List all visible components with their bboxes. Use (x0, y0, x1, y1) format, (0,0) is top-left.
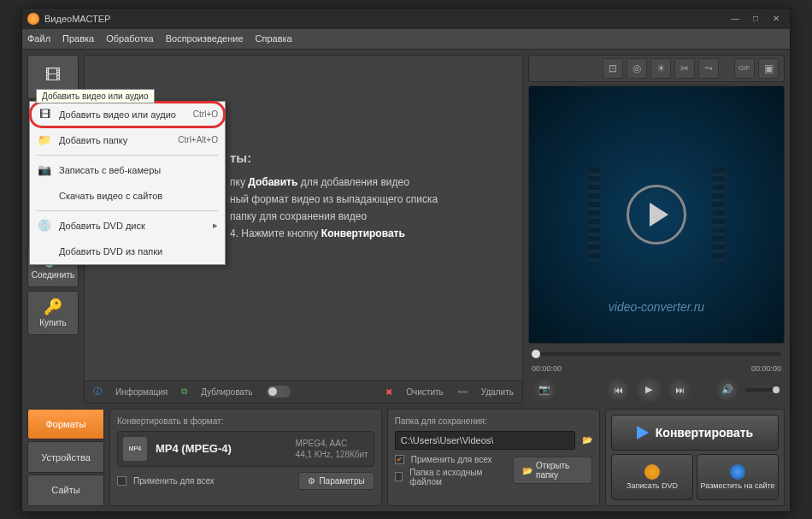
format-tabs: Форматы Устройства Сайты (27, 409, 104, 506)
convert-arrow-icon (637, 426, 649, 439)
add-tooltip: Добавить видео или аудио (36, 89, 155, 103)
prev-button[interactable]: ⏮ (607, 379, 629, 401)
menubar: Файл Правка Обработка Воспроизведение Сп… (22, 29, 790, 50)
brightness-icon[interactable]: ☀ (650, 58, 671, 79)
content-area: 🎞 🔗 Соединить 🔑 Купить ты: пку Добавить … (22, 50, 790, 409)
clear-action[interactable]: Очистить (406, 387, 444, 397)
actions-panel: Конвертировать Записать DVD Разместить н… (605, 409, 785, 506)
format-title: Конвертировать в формат: (117, 416, 374, 426)
bottom-area: Форматы Устройства Сайты Конвертировать … (22, 409, 790, 511)
tab-formats[interactable]: Форматы (27, 409, 104, 440)
folder-panel: Папка для сохранения: C:\Users\User\Vide… (387, 409, 600, 506)
gear-icon: ⚙ (308, 476, 315, 486)
key-icon: 🔑 (44, 298, 62, 316)
film-plus-icon: 🎞 (45, 67, 61, 85)
playback-controls: 📷 ⏮ ▶ ⏭ 🔊 (528, 376, 785, 404)
format-apply-all-checkbox[interactable] (117, 476, 127, 486)
same-source-checkbox[interactable] (395, 472, 403, 481)
info-action[interactable]: Информация (115, 387, 168, 397)
burn-dvd-button[interactable]: Записать DVD (611, 454, 693, 500)
next-button[interactable]: ⏭ (668, 379, 691, 401)
browse-icon[interactable]: 📂 (582, 435, 592, 445)
close-button[interactable]: ✕ (768, 13, 785, 25)
menu-add-dvd-folder[interactable]: Добавить DVD из папки (30, 239, 225, 264)
duplicate-icon: ⧉ (181, 386, 187, 397)
watermark-text: video-converter.ru (609, 300, 704, 314)
menu-playback[interactable]: Воспроизведение (166, 33, 244, 44)
time-total: 00:00:00 (751, 364, 781, 373)
folder-open-icon: 📂 (522, 466, 533, 475)
titlebar: ВидеоМАСТЕР — □ ✕ (22, 9, 790, 29)
speed-icon[interactable]: ⤳ (698, 58, 719, 79)
view-toggle[interactable] (267, 386, 291, 398)
gif-icon[interactable]: GIF (734, 58, 755, 79)
menu-add-video[interactable]: 🎞 Добавить видео или аудио Ctrl+O (30, 102, 225, 127)
buy-button[interactable]: 🔑 Купить (27, 291, 79, 335)
format-panel: Конвертировать в формат: MP4 MP4 (MPEG-4… (109, 409, 382, 506)
minimize-button[interactable]: — (727, 13, 744, 25)
disc-icon (644, 464, 660, 480)
folder-icon: 📁 (37, 133, 52, 148)
menu-add-folder[interactable]: 📁 Добавить папку Ctrl+Alt+O (30, 127, 225, 153)
convert-button[interactable]: Конвертировать (611, 415, 779, 451)
film-plus-icon: 🎞 (37, 107, 52, 122)
volume-slider[interactable] (745, 388, 780, 392)
app-icon (27, 13, 39, 25)
del-action[interactable]: Удалить (481, 387, 514, 397)
output-path[interactable]: C:\Users\User\Videos\ (395, 431, 575, 450)
disc-icon: 💿 (37, 218, 52, 233)
params-button[interactable]: ⚙Параметры (298, 472, 374, 490)
effects-icon[interactable]: ◎ (627, 58, 647, 79)
publish-web-button[interactable]: Разместить на сайте (697, 454, 779, 500)
video-preview[interactable]: video-converter.ru (528, 86, 785, 344)
dup-action[interactable]: Дублировать (201, 387, 252, 397)
chevron-right-icon: ▸ (213, 220, 218, 231)
folder-title: Папка для сохранения: (395, 416, 592, 426)
menu-download[interactable]: Скачать видео с сайтов (30, 183, 225, 209)
hint-text: ты: пку Добавить для добавления видео ны… (230, 150, 514, 242)
effects-toolbar: ⊡ ◎ ☀ ✂ ⤳ GIF ▣ (528, 55, 785, 82)
play-button[interactable]: ▶ (636, 377, 662, 403)
menu-process[interactable]: Обработка (106, 33, 153, 44)
app-window: ВидеоМАСТЕР — □ ✕ Файл Правка Обработка … (21, 8, 791, 512)
menu-webcam[interactable]: 📷 Записать с веб-камеры (30, 157, 225, 183)
format-selector[interactable]: MP4 MP4 (MPEG-4) MPEG4, AAC 44,1 KHz, 12… (117, 431, 374, 467)
globe-icon (730, 464, 745, 480)
app-title: ВидеоМАСТЕР (44, 14, 110, 24)
menu-edit[interactable]: Правка (62, 33, 94, 44)
filmstrip-overlay (588, 168, 725, 262)
cut-icon[interactable]: ✂ (674, 58, 695, 79)
open-folder-button[interactable]: 📂Открыть папку (513, 457, 592, 484)
crop-icon[interactable]: ⊡ (603, 58, 623, 79)
maximize-button[interactable]: □ (747, 13, 764, 25)
tab-devices[interactable]: Устройства (27, 441, 104, 473)
snapshot-button[interactable]: 📷 (533, 379, 556, 401)
webcam-icon: 📷 (37, 162, 52, 178)
time-row: 00:00:00 00:00:00 (528, 364, 785, 373)
list-toolbar: ⓘИнформация ⧉Дублировать ✖Очистить ➖Удал… (85, 380, 522, 403)
mp4-icon: MP4 (123, 437, 147, 461)
time-current: 00:00:00 (532, 364, 562, 373)
preview-panel: ⊡ ◎ ☀ ✂ ⤳ GIF ▣ video-converter.ru 00:00… (528, 55, 785, 404)
add-dropdown: 🎞 Добавить видео или аудио Ctrl+O 📁 Доба… (29, 101, 226, 265)
menu-add-dvd[interactable]: 💿 Добавить DVD диск ▸ (30, 213, 225, 239)
clear-icon: ✖ (385, 387, 392, 397)
delete-icon: ➖ (457, 387, 468, 397)
menu-help[interactable]: Справка (256, 33, 292, 44)
buy-label: Купить (39, 318, 67, 327)
join-label: Соединить (32, 270, 74, 280)
screenshot-icon[interactable]: ▣ (758, 58, 779, 79)
format-name: MP4 (MPEG-4) (156, 442, 232, 455)
volume-button[interactable]: 🔊 (716, 379, 738, 401)
info-icon: ⓘ (93, 386, 102, 398)
tab-sites[interactable]: Сайты (27, 475, 104, 506)
menu-file[interactable]: Файл (27, 33, 50, 44)
seek-bar[interactable] (528, 347, 785, 361)
folder-apply-all-checkbox[interactable]: ✔ (395, 455, 404, 464)
